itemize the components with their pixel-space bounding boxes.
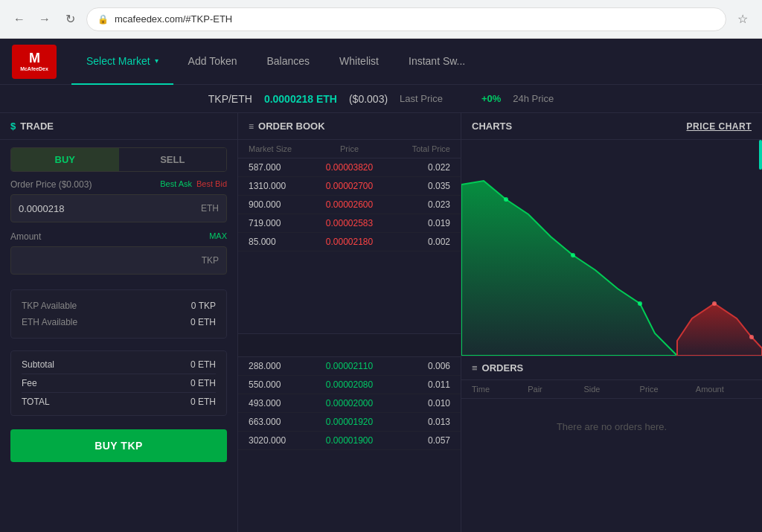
amount-group: Amount MAX TKP	[10, 231, 227, 275]
orders-col-price: Price	[640, 385, 696, 394]
sell-order-row[interactable]: 1310.000 0.00002700 0.035	[238, 177, 461, 196]
orders-icon: ≡	[472, 362, 478, 374]
chart-area	[461, 140, 762, 356]
sell-price: 0.00002600	[316, 199, 382, 210]
buy-market-size: 493.000	[249, 398, 316, 408]
browser-chrome: ← → ↻ 🔒 mcafeedex.com/#TKP-ETH ☆	[0, 0, 762, 39]
nav-balances[interactable]: Balances	[252, 39, 325, 85]
sell-order-row[interactable]: 900.000 0.00002600 0.023	[238, 196, 461, 214]
tkp-available-label: TKP Available	[22, 301, 77, 311]
total-label: TOTAL	[22, 397, 50, 407]
logo: M McAfeeDex	[12, 45, 57, 79]
sell-price: 0.00002700	[316, 181, 382, 191]
logo-text: M McAfeeDex	[20, 51, 48, 73]
sell-total: 0.023	[383, 199, 450, 210]
sell-total: 0.019	[383, 218, 450, 228]
subtotal-value: 0 ETH	[190, 359, 216, 370]
back-button[interactable]: ←	[9, 9, 30, 30]
amount-input[interactable]	[19, 255, 202, 266]
orders-col-side: Side	[583, 385, 639, 394]
trade-form: Order Price ($0.003) Best Ask Best Bid E…	[0, 179, 237, 283]
buy-tab[interactable]: BUY	[11, 148, 119, 171]
url-text: mcafeedex.com/#TKP-ETH	[115, 13, 232, 25]
sell-order-row[interactable]: 587.000 0.00003820 0.022	[238, 158, 461, 177]
sell-total: 0.002	[383, 237, 450, 247]
orderbook-header: ≡ ORDER BOOK	[238, 113, 461, 140]
nav-whitelist[interactable]: Whitelist	[324, 39, 394, 85]
tkp-available-value: 0 TKP	[191, 301, 216, 311]
dollar-icon: $	[10, 121, 16, 132]
svg-point-1	[571, 253, 575, 257]
orders-columns: TimePairSidePriceAmount	[461, 380, 762, 399]
refresh-button[interactable]: ↻	[60, 9, 80, 30]
amount-label-row: Amount MAX	[10, 231, 227, 242]
orders-empty: There are no orders here.	[461, 399, 762, 455]
sell-market-size: 900.000	[249, 199, 316, 210]
buy-price: 0.00001900	[316, 435, 382, 446]
ticker-24h-label: 24h Price	[513, 93, 554, 104]
buy-tkp-button[interactable]: BUY TKP	[10, 429, 227, 462]
bookmark-button[interactable]: ☆	[732, 9, 753, 30]
orderbook-icon: ≡	[249, 121, 254, 132]
sell-order-row[interactable]: 85.000 0.00002180 0.002	[238, 233, 461, 251]
svg-point-2	[638, 301, 642, 306]
amount-input-wrapper: TKP	[10, 246, 227, 275]
header: M McAfeeDex Select Market ▾ Add Token Ba…	[0, 39, 762, 85]
buy-order-row[interactable]: 550.000 0.00002080 0.011	[238, 376, 461, 394]
col-market-size: Market Size	[249, 144, 316, 153]
order-price-input[interactable]	[19, 203, 201, 214]
orders-col-amount: Amount	[696, 385, 752, 394]
max-link[interactable]: MAX	[209, 231, 227, 242]
charts-title: CHARTS	[472, 121, 512, 132]
buy-price: 0.00002080	[316, 379, 382, 390]
chevron-down-icon: ▾	[155, 57, 159, 65]
buy-orders: 288.000 0.00002110 0.006 550.000 0.00002…	[238, 357, 461, 532]
ticker-change: +0%	[481, 93, 501, 104]
nav-add-token[interactable]: Add Token	[173, 39, 252, 85]
subtotal-label: Subtotal	[22, 359, 54, 370]
sell-order-row[interactable]: 719.000 0.00002583 0.019	[238, 214, 461, 233]
col-total-price: Total Price	[383, 144, 450, 153]
app: M McAfeeDex Select Market ▾ Add Token Ba…	[0, 39, 762, 532]
sell-tab[interactable]: SELL	[119, 148, 227, 171]
svg-point-3	[712, 301, 717, 306]
sell-total: 0.022	[383, 162, 450, 173]
best-ask-link[interactable]: Best Ask	[160, 179, 192, 190]
buy-order-row[interactable]: 288.000 0.00002110 0.006	[238, 357, 461, 376]
trade-panel: $ TRADE BUY SELL Order Price ($0.003) Be…	[0, 113, 238, 532]
price-chart-link[interactable]: PRICE CHART	[686, 121, 752, 132]
tkp-available-row: TKP Available 0 TKP	[22, 298, 216, 314]
label-actions: Best Ask Best Bid	[160, 179, 227, 190]
sell-market-size: 719.000	[249, 218, 316, 228]
buy-total: 0.057	[383, 435, 450, 446]
orders-header: ≡ ORDERS	[461, 356, 762, 380]
fee-value: 0 ETH	[190, 378, 216, 388]
totals-section: Subtotal 0 ETH Fee 0 ETH TOTAL 0 ETH	[10, 350, 227, 416]
best-bid-link[interactable]: Best Bid	[196, 179, 227, 190]
amount-label: Amount	[10, 231, 41, 242]
buy-order-row[interactable]: 663.000 0.00001920 0.013	[238, 413, 461, 432]
buy-order-row[interactable]: 493.000 0.00002000 0.010	[238, 394, 461, 413]
sell-market-size: 85.000	[249, 237, 316, 247]
available-section: TKP Available 0 TKP ETH Available 0 ETH	[10, 289, 227, 339]
buy-total: 0.011	[383, 379, 450, 390]
sell-price: 0.00003820	[316, 162, 382, 173]
scroll-indicator	[759, 140, 762, 170]
nav-instant-swap[interactable]: Instant Sw...	[394, 39, 480, 85]
order-price-group: Order Price ($0.003) Best Ask Best Bid E…	[10, 179, 227, 222]
amount-suffix: TKP	[202, 255, 219, 266]
buy-market-size: 663.000	[249, 417, 316, 427]
buy-order-row[interactable]: 3020.000 0.00001900 0.057	[238, 432, 461, 450]
col-price: Price	[316, 144, 382, 153]
buy-price: 0.00001920	[316, 417, 382, 427]
sell-orders: 587.000 0.00003820 0.022 1310.000 0.0000…	[238, 158, 461, 333]
buy-total: 0.013	[383, 417, 450, 427]
forward-button[interactable]: →	[34, 9, 55, 30]
browser-nav-buttons: ← → ↻	[9, 9, 80, 30]
nav-select-market[interactable]: Select Market ▾	[71, 39, 173, 85]
orderbook-divider	[238, 333, 461, 357]
order-price-input-wrapper: ETH	[10, 194, 227, 222]
buy-price: 0.00002110	[316, 361, 382, 371]
eth-available-label: ETH Available	[22, 317, 77, 327]
address-bar[interactable]: 🔒 mcafeedex.com/#TKP-ETH	[86, 7, 726, 31]
